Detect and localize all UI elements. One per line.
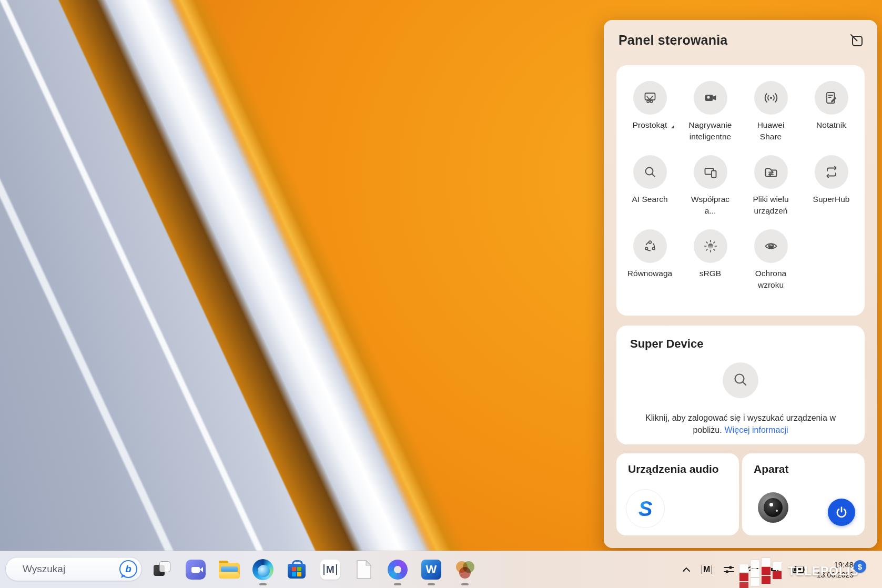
pc-manager-icon: M <box>320 560 340 580</box>
tray-pc-manager[interactable]: M <box>702 565 712 574</box>
tray-audio-mixer[interactable] <box>723 564 735 575</box>
quick-actions-grid: Prostokąt Nagrywanie inteligentne <box>616 65 865 291</box>
watermark-coin-icon: $ <box>854 560 866 573</box>
power-icon <box>835 505 848 519</box>
multi-device-files-icon <box>754 155 788 189</box>
quick-action-label: AI Search <box>632 194 667 205</box>
telepolis-logo-blocks <box>739 558 785 584</box>
running-indicator <box>428 583 435 585</box>
telepolis-watermark: TELEPOLIS $ <box>739 557 866 585</box>
superhub-icon <box>815 155 848 189</box>
edge-button[interactable] <box>252 559 273 580</box>
edge-icon <box>252 559 273 580</box>
audio-devices-card[interactable]: Urządzenia audio S <box>616 453 739 535</box>
quick-action-rownowaga[interactable]: Równowaga <box>620 229 680 291</box>
camera-lens-icon <box>758 492 788 523</box>
super-device-hint: Kliknij, aby zalogować się i wyszukać ur… <box>623 412 858 436</box>
bing-glyph: b <box>125 563 131 575</box>
super-device-search-button[interactable] <box>723 362 758 398</box>
running-indicator <box>394 583 401 585</box>
screenshot-snip-icon <box>633 81 667 115</box>
taskbar-search[interactable]: b <box>5 557 142 581</box>
color-mixer-button[interactable] <box>454 559 475 580</box>
quick-action-label: Huawei Share <box>757 119 785 143</box>
microsoft-store-icon <box>286 559 307 580</box>
quick-action-label: Prostokąt <box>633 119 667 131</box>
hint-line1: Kliknij, aby zalogować się i wyszukać ur… <box>645 413 836 422</box>
quick-action-label: sRGB <box>699 268 721 279</box>
quick-action-ochrona-wzroku[interactable]: Ochrona wzroku <box>741 229 801 291</box>
srgb-color-icon <box>694 229 727 263</box>
collapse-panel-button[interactable] <box>848 32 866 49</box>
search-icon <box>732 371 749 389</box>
watermark-text: TELEPOLIS <box>788 564 859 579</box>
super-device-card: Super Device Kliknij, aby zalogować się … <box>616 326 865 444</box>
quick-action-label: Równowaga <box>627 268 672 279</box>
microsoft-365-icon <box>388 560 408 580</box>
pc-manager-button[interactable]: M <box>320 559 341 580</box>
eye-comfort-icon <box>754 229 788 263</box>
word-button[interactable]: W <box>421 559 442 580</box>
flyout-triangle-icon <box>671 125 674 128</box>
camera-card[interactable]: Aparat <box>742 453 865 535</box>
hint-line2: pobliżu. <box>693 425 722 434</box>
quick-action-huawei-share[interactable]: Huawei Share <box>741 81 801 143</box>
smart-recording-icon <box>694 81 727 115</box>
quick-action-prostokat[interactable]: Prostokąt <box>620 81 680 143</box>
quick-action-wspolpraca[interactable]: Współprac a... <box>680 155 741 217</box>
quick-action-notatnik[interactable]: Notatnik <box>801 81 861 143</box>
color-mixer-icon <box>454 559 475 580</box>
quick-action-superhub[interactable]: SuperHub <box>801 155 861 217</box>
bing-chat-icon[interactable]: b <box>119 560 137 578</box>
running-indicator <box>259 583 267 585</box>
quick-action-label: Nagrywanie inteligentne <box>689 119 732 143</box>
quick-action-nagrywanie[interactable]: Nagrywanie inteligentne <box>680 81 741 143</box>
audio-logo-glyph: S <box>638 497 653 520</box>
huawei-share-icon <box>754 81 788 115</box>
pc-manager-tray-icon: M <box>702 565 712 574</box>
ai-search-icon <box>633 155 667 189</box>
chat-icon <box>186 560 206 580</box>
quick-action-label: Ochrona wzroku <box>755 268 786 291</box>
quick-action-label: SuperHub <box>813 194 850 205</box>
audio-card-title: Urządzenia audio <box>628 463 719 475</box>
quick-action-srgb[interactable]: sRGB <box>680 229 741 291</box>
camera-card-title: Aparat <box>754 463 789 475</box>
microsoft-365-button[interactable] <box>387 559 408 580</box>
notepad-button[interactable] <box>353 559 374 580</box>
taskbar-apps: M W <box>151 551 475 588</box>
quick-action-label: Współprac a... <box>691 194 729 217</box>
camera-power-toggle[interactable] <box>828 499 855 526</box>
chevron-up-icon <box>682 566 691 573</box>
super-device-title: Super Device <box>630 337 703 351</box>
word-icon: W <box>421 560 441 580</box>
chat-button[interactable] <box>185 559 206 580</box>
file-explorer-button[interactable] <box>219 559 240 580</box>
task-view-button[interactable] <box>151 559 173 580</box>
collapse-icon <box>848 32 866 49</box>
notepad-doc-icon <box>356 560 372 580</box>
quick-action-label: Notatnik <box>816 119 846 131</box>
panel-title: Panel sterowania <box>619 33 727 48</box>
quick-action-ai-search[interactable]: AI Search <box>620 155 680 217</box>
file-explorer-icon <box>219 561 240 579</box>
desktop: Panel sterowania Prostokąt <box>0 0 882 588</box>
multi-screen-collaboration-icon <box>694 155 727 189</box>
more-info-link[interactable]: Więcej informacji <box>725 425 788 434</box>
mixer-icon <box>723 564 735 575</box>
control-panel-flyout: Panel sterowania Prostokąt <box>604 20 877 548</box>
balance-mode-icon <box>633 229 667 263</box>
audio-connection-logo-icon: S <box>626 489 665 528</box>
notepad-icon <box>815 81 848 115</box>
quick-action-pliki[interactable]: Pliki wielu urządzeń <box>741 155 801 217</box>
microsoft-store-button[interactable] <box>286 559 307 580</box>
quick-action-label: Pliki wielu urządzeń <box>753 194 788 217</box>
search-input[interactable] <box>22 563 112 575</box>
quick-actions-card: Prostokąt Nagrywanie inteligentne <box>616 65 865 316</box>
tray-overflow-chevron[interactable] <box>682 566 691 573</box>
running-indicator <box>461 583 469 585</box>
